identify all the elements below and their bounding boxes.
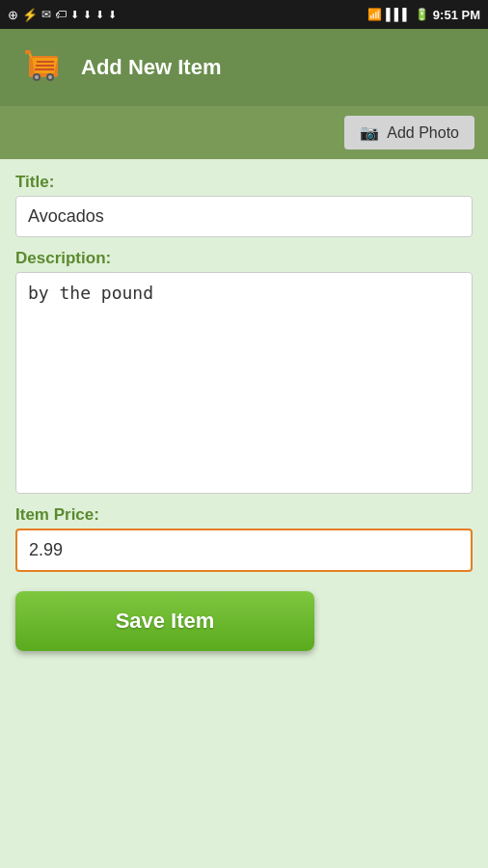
wifi-icon: 📶 [367, 8, 382, 21]
app-logo [14, 39, 71, 96]
svg-point-6 [48, 75, 52, 79]
download2-icon: ⬇ [83, 9, 92, 21]
app-header: Add New Item [0, 29, 488, 106]
price-field-group: Item Price: [15, 505, 473, 572]
title-label: Title: [15, 173, 473, 192]
status-bar-icons: ⊕ ⚡ ✉ 🏷 ⬇ ⬇ ⬇ ⬇ [8, 8, 117, 22]
title-field-group: Title: [15, 173, 473, 237]
add-photo-label: Add Photo [387, 124, 459, 142]
message-icon: ✉ [41, 8, 51, 21]
status-bar: ⊕ ⚡ ✉ 🏷 ⬇ ⬇ ⬇ ⬇ 📶 ▌▌▌ 🔋 9:51 PM [0, 0, 488, 29]
page-title: Add New Item [81, 55, 221, 80]
time-display: 9:51 PM [433, 8, 480, 22]
signal-icon: ▌▌▌ [386, 8, 411, 21]
form-area: Title: Description: by the pound Item Pr… [0, 159, 488, 868]
svg-point-4 [35, 75, 39, 79]
save-item-button[interactable]: Save Item [15, 591, 314, 651]
download4-icon: ⬇ [108, 9, 117, 21]
cart-icon [17, 42, 68, 93]
usb-icon: ⚡ [22, 8, 38, 22]
add-icon: ⊕ [8, 8, 18, 22]
download3-icon: ⬇ [95, 9, 104, 21]
description-input[interactable]: by the pound [15, 272, 473, 494]
photo-area: 📷 Add Photo [0, 106, 488, 159]
title-input[interactable] [15, 196, 473, 237]
status-bar-right: 📶 ▌▌▌ 🔋 9:51 PM [367, 8, 480, 22]
save-button-container: Save Item [15, 583, 473, 670]
add-photo-button[interactable]: 📷 Add Photo [344, 116, 474, 149]
svg-rect-2 [25, 50, 31, 54]
tag-icon: 🏷 [55, 8, 67, 21]
download1-icon: ⬇ [70, 9, 79, 21]
description-label: Description: [15, 249, 473, 268]
description-field-group: Description: by the pound [15, 249, 473, 494]
camera-icon: 📷 [360, 123, 379, 142]
battery-icon: 🔋 [415, 8, 429, 21]
price-input[interactable] [15, 529, 473, 572]
price-label: Item Price: [15, 505, 473, 525]
